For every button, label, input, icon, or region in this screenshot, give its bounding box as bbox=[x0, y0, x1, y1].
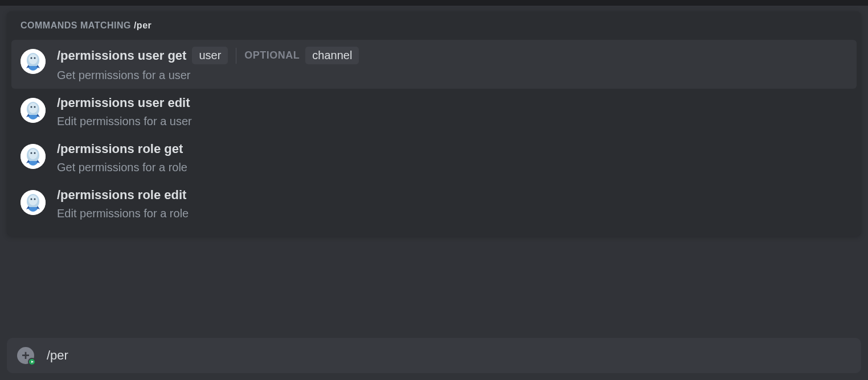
svg-point-4 bbox=[34, 57, 36, 59]
command-title-row: /permissions user getuserOPTIONALchannel bbox=[57, 47, 847, 64]
svg-point-12 bbox=[28, 149, 38, 159]
svg-point-2 bbox=[28, 54, 38, 64]
command-title-row: /permissions user edit bbox=[57, 96, 847, 110]
optional-param-chip: channel bbox=[305, 47, 359, 64]
command-bot-avatar bbox=[21, 98, 46, 123]
svg-point-14 bbox=[34, 152, 36, 154]
command-list: /permissions user getuserOPTIONALchannel… bbox=[7, 40, 861, 227]
svg-point-7 bbox=[28, 103, 38, 113]
header-prefix: COMMANDS MATCHING bbox=[21, 20, 134, 30]
svg-point-19 bbox=[34, 199, 36, 200]
bot-avatar-icon bbox=[21, 144, 46, 169]
command-name: /permissions user edit bbox=[57, 96, 190, 110]
message-input[interactable]: /per bbox=[47, 348, 851, 363]
command-item[interactable]: /permissions role getGet permissions for… bbox=[11, 135, 857, 181]
header-query: /per bbox=[134, 20, 152, 30]
command-bot-avatar bbox=[21, 144, 46, 169]
param-divider bbox=[236, 48, 236, 64]
command-bot-avatar bbox=[21, 190, 46, 215]
command-item[interactable]: /permissions user getuserOPTIONALchannel… bbox=[11, 40, 857, 89]
svg-point-3 bbox=[31, 57, 32, 59]
command-bot-avatar bbox=[21, 49, 46, 74]
top-border bbox=[0, 0, 868, 6]
bot-avatar-icon bbox=[21, 190, 46, 215]
command-title-row: /permissions role get bbox=[57, 142, 847, 156]
svg-point-17 bbox=[28, 195, 38, 205]
command-content: /permissions role getGet permissions for… bbox=[57, 142, 847, 174]
command-item[interactable]: /permissions user editEdit permissions f… bbox=[11, 89, 857, 135]
svg-point-18 bbox=[31, 199, 32, 200]
apps-badge-icon bbox=[28, 358, 36, 366]
command-autocomplete-popup: COMMANDS MATCHING /per /permissions user… bbox=[7, 11, 861, 236]
svg-point-9 bbox=[34, 106, 36, 108]
attach-button[interactable]: + bbox=[17, 347, 34, 364]
popup-header: COMMANDS MATCHING /per bbox=[7, 20, 861, 38]
command-name: /permissions user get bbox=[57, 48, 186, 63]
svg-point-13 bbox=[31, 152, 32, 154]
command-description: Get permissions for a role bbox=[57, 161, 847, 174]
command-description: Get permissions for a user bbox=[57, 69, 847, 82]
bot-avatar-icon bbox=[21, 98, 46, 123]
command-description: Edit permissions for a role bbox=[57, 207, 847, 220]
command-description: Edit permissions for a user bbox=[57, 115, 847, 128]
command-content: /permissions role editEdit permissions f… bbox=[57, 188, 847, 220]
command-name: /permissions role get bbox=[57, 142, 183, 156]
message-input-bar[interactable]: + /per bbox=[7, 338, 861, 373]
command-content: /permissions user editEdit permissions f… bbox=[57, 96, 847, 128]
svg-point-8 bbox=[31, 106, 32, 108]
optional-label: OPTIONAL bbox=[244, 49, 300, 61]
command-name: /permissions role edit bbox=[57, 188, 186, 203]
command-title-row: /permissions role edit bbox=[57, 188, 847, 203]
required-param-chip: user bbox=[192, 47, 228, 64]
command-item[interactable]: /permissions role editEdit permissions f… bbox=[11, 181, 857, 227]
bot-avatar-icon bbox=[21, 49, 46, 74]
command-content: /permissions user getuserOPTIONALchannel… bbox=[57, 47, 847, 82]
